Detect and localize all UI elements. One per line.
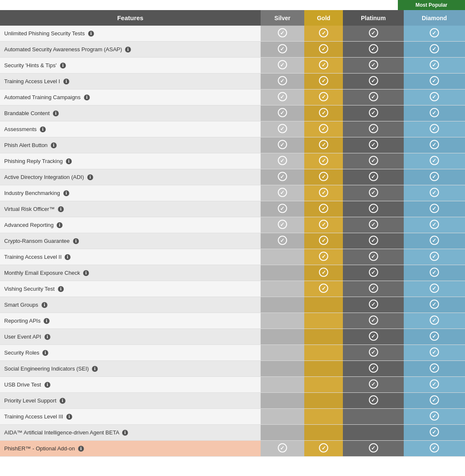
table-row: Automated Security Awareness Program (AS… [0, 42, 465, 58]
info-icon[interactable]: ℹ [83, 270, 89, 276]
info-icon[interactable]: ℹ [65, 254, 71, 260]
feature-cell: User Event API ℹ [0, 329, 261, 345]
info-icon[interactable]: ℹ [53, 110, 59, 116]
check-icon [430, 331, 439, 341]
table-row: AIDA™ Artificial Intelligence-driven Age… [0, 425, 465, 441]
table-row: Smart Groups ℹ [0, 297, 465, 313]
check-icon [430, 300, 439, 309]
check-icon [369, 268, 378, 277]
info-icon[interactable]: ℹ [60, 63, 66, 68]
info-icon[interactable]: ℹ [88, 31, 94, 37]
info-icon[interactable]: ℹ [51, 142, 57, 148]
platinum-cell [343, 441, 404, 457]
check-icon [278, 44, 287, 53]
check-icon [369, 124, 378, 133]
diamond-cell [404, 74, 465, 89]
silver-cell [261, 425, 304, 441]
info-icon[interactable]: ℹ [42, 350, 48, 356]
table-row: Priority Level Support ℹ [0, 393, 465, 409]
platinum-cell [343, 377, 404, 393]
info-icon[interactable]: ℹ [87, 174, 93, 180]
diamond-cell [404, 393, 465, 409]
check-icon [430, 172, 439, 181]
info-icon[interactable]: ℹ [66, 414, 72, 420]
feature-cell: Automated Training Campaigns ℹ [0, 89, 261, 105]
platinum-column-header: Platinum [343, 10, 404, 26]
info-icon[interactable]: ℹ [78, 446, 84, 452]
gold-cell [304, 249, 343, 265]
check-icon [278, 156, 287, 165]
feature-cell: Social Engineering Indicators (SEI) ℹ [0, 361, 261, 377]
info-icon[interactable]: ℹ [44, 334, 50, 340]
check-icon [319, 172, 328, 181]
feature-cell: Training Access Level I ℹ [0, 74, 261, 89]
info-icon[interactable]: ℹ [122, 430, 128, 436]
info-icon[interactable]: ℹ [58, 206, 64, 212]
table-row: Crypto-Ransom Guarantee ℹ [0, 233, 465, 249]
diamond-cell [404, 377, 465, 393]
check-icon [319, 60, 328, 69]
info-icon[interactable]: ℹ [57, 222, 63, 228]
gold-cell [304, 185, 343, 201]
feature-cell: AIDA™ Artificial Intelligence-driven Age… [0, 425, 261, 441]
silver-cell [261, 185, 304, 201]
feature-cell: Virtual Risk Officer™ ℹ [0, 201, 261, 217]
info-icon[interactable]: ℹ [42, 302, 47, 308]
info-icon[interactable]: ℹ [66, 158, 72, 164]
feature-cell: Brandable Content ℹ [0, 105, 261, 121]
info-icon[interactable]: ℹ [125, 47, 131, 53]
diamond-cell [404, 58, 465, 74]
check-icon [319, 284, 328, 293]
platinum-cell [343, 42, 404, 58]
check-icon [319, 236, 328, 245]
info-icon[interactable]: ℹ [44, 318, 50, 324]
gold-cell [304, 105, 343, 121]
gold-cell [304, 217, 343, 233]
diamond-column-header: Diamond [404, 10, 465, 26]
platinum-cell [343, 345, 404, 361]
check-icon [319, 268, 328, 277]
platinum-cell [343, 89, 404, 105]
info-icon[interactable]: ℹ [84, 95, 90, 100]
info-icon[interactable]: ℹ [44, 382, 50, 388]
gold-cell [304, 169, 343, 185]
table-row: Security Roles ℹ [0, 345, 465, 361]
platinum-cell [343, 169, 404, 185]
table-row: Industry Benchmarking ℹ [0, 185, 465, 201]
info-icon[interactable]: ℹ [63, 79, 69, 84]
feature-cell: Security Roles ℹ [0, 345, 261, 361]
check-icon [369, 204, 378, 213]
silver-cell [261, 409, 304, 425]
platinum-cell [343, 217, 404, 233]
diamond-cell [404, 26, 465, 42]
check-icon [430, 76, 439, 85]
platinum-cell [343, 233, 404, 249]
check-icon [430, 363, 439, 373]
diamond-cell [404, 425, 465, 441]
check-icon [369, 236, 378, 245]
silver-cell [261, 345, 304, 361]
silver-column-header: Silver [261, 10, 304, 26]
diamond-cell [404, 121, 465, 137]
info-icon[interactable]: ℹ [92, 366, 98, 372]
diamond-cell [404, 201, 465, 217]
silver-cell [261, 361, 304, 377]
info-icon[interactable]: ℹ [73, 238, 79, 244]
gold-cell [304, 121, 343, 137]
diamond-cell [404, 169, 465, 185]
check-icon [278, 188, 287, 197]
gold-cell [304, 233, 343, 249]
check-icon [430, 236, 439, 245]
diamond-cell [404, 297, 465, 313]
check-icon [319, 44, 328, 53]
info-icon[interactable]: ℹ [58, 286, 64, 292]
diamond-cell [404, 217, 465, 233]
check-icon [369, 140, 378, 149]
check-icon [369, 252, 378, 261]
info-icon[interactable]: ℹ [60, 398, 65, 404]
info-icon[interactable]: ℹ [40, 126, 46, 132]
platinum-cell [343, 153, 404, 169]
check-icon [319, 220, 328, 229]
info-icon[interactable]: ℹ [63, 190, 69, 196]
silver-cell [261, 329, 304, 345]
